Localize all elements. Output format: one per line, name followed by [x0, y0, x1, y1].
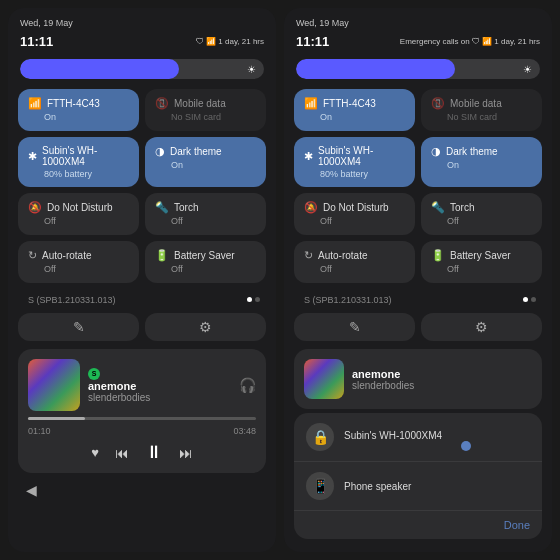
left-section-label: S (SPB1.210331.013) — [24, 293, 120, 305]
right-music-card: anemone slenderbodies — [294, 349, 542, 409]
dot-1 — [247, 297, 252, 302]
tile-dark-sub: On — [155, 160, 256, 170]
r-wifi-icon: 📶 — [304, 97, 318, 110]
prev-button[interactable]: ⏮ — [115, 445, 129, 461]
play-pause-button[interactable]: ⏸ — [145, 442, 163, 463]
right-status-bar: Wed, 19 May — [292, 18, 544, 30]
time-total: 03:48 — [233, 426, 256, 436]
tile-bluetooth-name: Subin's WH-1000XM4 — [42, 145, 129, 167]
r-tile-bt[interactable]: ✱ Subin's WH-1000XM4 80% battery — [294, 137, 415, 187]
right-brightness-bar[interactable]: ☀ — [296, 59, 540, 79]
r-bt-name: Subin's WH-1000XM4 — [318, 145, 405, 167]
time-row: 01:10 03:48 — [28, 426, 256, 436]
r-torch-icon: 🔦 — [431, 201, 445, 214]
right-brightness-icon: ☀ — [523, 64, 532, 75]
edit-icon: ✎ — [73, 319, 85, 335]
audio-volume-dot — [461, 441, 471, 451]
tile-bluetooth-sub: 80% battery — [28, 169, 129, 179]
dot-2 — [255, 297, 260, 302]
tile-wifi-name: FTTH-4C43 — [47, 98, 100, 109]
next-button[interactable]: ⏭ — [179, 445, 193, 461]
r-torch-sub: Off — [431, 216, 532, 226]
spotify-icon: S — [88, 368, 100, 380]
dnd-icon: 🔕 — [28, 201, 42, 214]
tile-rotate-name: Auto-rotate — [42, 250, 91, 261]
tile-mobile[interactable]: 📵 Mobile data No SIM card — [145, 89, 266, 131]
left-nav: ◀ — [16, 477, 268, 503]
right-notice: Emergency calls on 🛡 📶 1 day, 21 hrs — [400, 37, 540, 46]
tile-torch[interactable]: 🔦 Torch Off — [145, 193, 266, 235]
r-battery-icon: 🔋 — [431, 249, 445, 262]
right-bottom-bar: S (SPB1.210331.013) — [292, 289, 544, 309]
r-rotate-name: Auto-rotate — [318, 250, 367, 261]
left-status-row: 11:11 🛡 📶 1 day, 21 hrs — [16, 34, 268, 49]
left-brightness-fill — [20, 59, 179, 79]
left-time: 11:11 — [20, 34, 53, 49]
audio-output-selector: 🔒 Subin's WH-1000XM4 📱 Phone speaker Don… — [294, 413, 542, 539]
brightness-icon: ☀ — [247, 64, 256, 75]
r-settings-button[interactable]: ⚙ — [421, 313, 542, 341]
speaker-device-icon: 📱 — [306, 472, 334, 500]
r-tile-rotate[interactable]: ↻ Auto-rotate Off — [294, 241, 415, 283]
tile-bluetooth[interactable]: ✱ Subin's WH-1000XM4 80% battery — [18, 137, 139, 187]
audio-item-headphones[interactable]: 🔒 Subin's WH-1000XM4 — [294, 413, 542, 462]
r-battery-sub: Off — [431, 264, 532, 274]
audio-device-headphones-name: Subin's WH-1000XM4 — [344, 430, 530, 441]
battery-saver-icon: 🔋 — [155, 249, 169, 262]
done-button[interactable]: Done — [294, 511, 542, 539]
right-date: Wed, 19 May — [296, 18, 349, 28]
tile-battery-saver[interactable]: 🔋 Battery Saver Off — [145, 241, 266, 283]
left-dots — [247, 297, 260, 302]
tile-battery-name: Battery Saver — [174, 250, 235, 261]
tile-dark[interactable]: ◑ Dark theme On — [145, 137, 266, 187]
r-tile-torch[interactable]: 🔦 Torch Off — [421, 193, 542, 235]
nav-arrow-icon: ◀ — [22, 478, 41, 502]
right-status-row: 11:11 Emergency calls on 🛡 📶 1 day, 21 h… — [292, 34, 544, 49]
right-time: 11:11 — [296, 34, 329, 49]
tile-rotate-sub: Off — [28, 264, 129, 274]
r-dnd-name: Do Not Disturb — [323, 202, 389, 213]
headphone-icon[interactable]: 🎧 — [239, 377, 256, 393]
settings-button[interactable]: ⚙ — [145, 313, 266, 341]
right-section-label: S (SPB1.210331.013) — [300, 293, 396, 305]
r-tile-mobile[interactable]: 📵 Mobile data No SIM card — [421, 89, 542, 131]
r-settings-icon: ⚙ — [475, 319, 488, 335]
r-tile-dark[interactable]: ◑ Dark theme On — [421, 137, 542, 187]
tile-autorotate[interactable]: ↻ Auto-rotate Off — [18, 241, 139, 283]
r-mobile-sub: No SIM card — [431, 112, 532, 122]
music-artist: slenderbodies — [88, 392, 231, 403]
music-info: S anemone slenderbodies — [88, 368, 231, 403]
r-tile-wifi[interactable]: 📶 FTTH-4C43 On — [294, 89, 415, 131]
progress-fill — [28, 417, 85, 420]
tile-dnd[interactable]: 🔕 Do Not Disturb Off — [18, 193, 139, 235]
left-brightness-bar[interactable]: ☀ — [20, 59, 264, 79]
r-tile-battery[interactable]: 🔋 Battery Saver Off — [421, 241, 542, 283]
left-status-bar: Wed, 19 May — [16, 18, 268, 30]
music-service: S — [88, 368, 231, 380]
tile-battery-sub: Off — [155, 264, 256, 274]
r-tile-dnd[interactable]: 🔕 Do Not Disturb Off — [294, 193, 415, 235]
r-dnd-icon: 🔕 — [304, 201, 318, 214]
r-mobile-name: Mobile data — [450, 98, 502, 109]
r-edit-button[interactable]: ✎ — [294, 313, 415, 341]
r-rotate-icon: ↻ — [304, 249, 313, 262]
tile-wifi-sub: On — [28, 112, 129, 122]
tile-dnd-name: Do Not Disturb — [47, 202, 113, 213]
audio-item-speaker[interactable]: 📱 Phone speaker — [294, 462, 542, 511]
r-rotate-sub: Off — [304, 264, 405, 274]
edit-button[interactable]: ✎ — [18, 313, 139, 341]
album-art — [28, 359, 80, 411]
r-edit-icon: ✎ — [349, 319, 361, 335]
right-brightness-fill — [296, 59, 455, 79]
progress-bar[interactable] — [28, 417, 256, 420]
tile-mobile-name: Mobile data — [174, 98, 226, 109]
music-top: S anemone slenderbodies 🎧 — [28, 359, 256, 411]
tile-wifi[interactable]: 📶 FTTH-4C43 On — [18, 89, 139, 131]
tile-torch-name: Torch — [174, 202, 198, 213]
right-dots — [523, 297, 536, 302]
left-music-player: S anemone slenderbodies 🎧 01:10 03:48 ♥ … — [18, 349, 266, 473]
heart-button[interactable]: ♥ — [91, 445, 99, 460]
bluetooth-icon: ✱ — [28, 150, 37, 163]
r-album-art — [304, 359, 344, 399]
r-music-title: anemone — [352, 368, 532, 380]
